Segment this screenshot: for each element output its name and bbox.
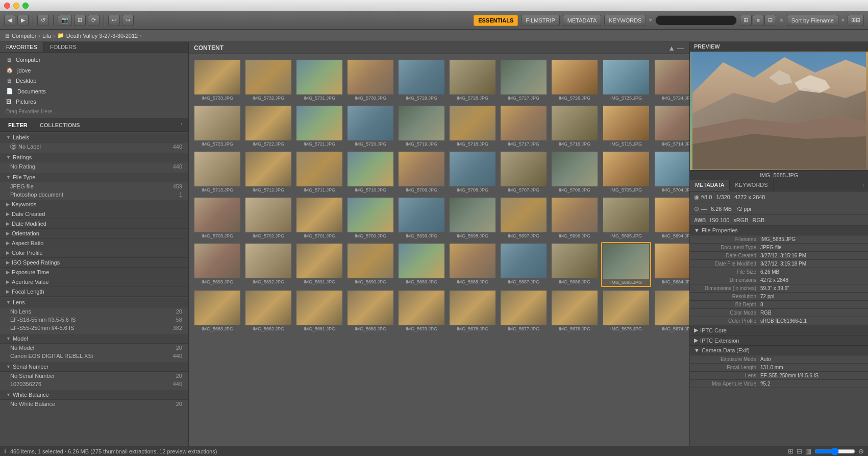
thumb-item[interactable]: IMG_5691.JPG — [295, 242, 344, 287]
essentials-workspace-button[interactable]: ESSENTIALS — [474, 15, 518, 26]
filter-tab[interactable]: FILTER — [4, 121, 32, 129]
content-collapse-button[interactable]: — — [677, 44, 684, 52]
thumb-item[interactable]: IMG_5706.JPG — [550, 150, 599, 194]
thumb-item[interactable]: IMG_5690.JPG — [346, 242, 395, 287]
filter-group-filetype-header[interactable]: ▼ File Type — [0, 173, 188, 182]
thumb-item[interactable]: IMG_5732.JPG — [244, 58, 293, 102]
filter-row-no-model[interactable]: No Model 20 — [0, 344, 188, 352]
thumb-item[interactable]: IMG_5720.JPG — [346, 104, 395, 148]
thumb-item[interactable]: IMG_5705.JPG — [601, 150, 651, 194]
thumb-item[interactable]: IMG_5688.JPG — [448, 242, 497, 287]
thumb-item[interactable]: IMG_5693.JPG — [193, 242, 242, 287]
filter-row-psd[interactable]: Photoshop document 1 — [0, 190, 188, 199]
status-expand-button[interactable]: ⊕ — [858, 447, 864, 455]
redo-button[interactable]: ↪ — [122, 15, 134, 26]
fav-item-documents[interactable]: 📄 Documents — [0, 86, 188, 97]
breadcrumb-item-lila[interactable]: Lila — [42, 33, 51, 39]
filter-group-datemodified-header[interactable]: ▶ Date Modified — [0, 219, 188, 229]
content-scroll-up-button[interactable]: ▲ — [668, 44, 675, 52]
fav-item-pictures[interactable]: 🖼 Pictures — [0, 97, 188, 107]
filter-row-no-lens[interactable]: No Lens 20 — [0, 307, 188, 316]
filter-options-icon[interactable]: ⋮ — [179, 122, 184, 129]
filter-group-lens-header[interactable]: ▼ Lens — [0, 298, 188, 307]
thumb-item[interactable]: IMG_5686.JPG — [550, 242, 599, 287]
thumb-item[interactable]: IMG_5714.JPG — [653, 104, 689, 148]
filter-group-aspectratio-header[interactable]: ▶ Aspect Ratio — [0, 238, 188, 248]
thumb-item[interactable]: IMG_5724.JPG — [653, 58, 689, 102]
thumb-item[interactable]: IMG_5689.JPG — [397, 242, 446, 287]
thumb-item[interactable]: IMG_5721.JPG — [295, 104, 344, 148]
collections-tab[interactable]: COLLECTIONS — [36, 121, 84, 129]
thumb-item[interactable]: IMG_5675.JPG — [601, 289, 651, 333]
thumb-item[interactable]: IMG_5723.JPG — [193, 104, 242, 148]
thumb-item[interactable]: IMG_5716.JPG — [550, 104, 599, 148]
filter-group-keywords-header[interactable]: ▶ Keywords — [0, 200, 188, 209]
filter-row-model-canon[interactable]: Canon EOS DIGITAL REBEL XSi 440 — [0, 352, 188, 360]
thumb-item[interactable]: IMG_5676.JPG — [550, 289, 599, 333]
thumb-item[interactable]: IMG_5709.JPG — [397, 150, 446, 194]
content-scroll-area[interactable]: IMG_5733.JPGIMG_5732.JPGIMG_5731.JPGIMG_… — [189, 54, 689, 446]
thumb-item[interactable]: IMG_5702.JPG — [244, 196, 293, 240]
grid-button[interactable]: ⊞ — [74, 15, 86, 26]
thumb-item[interactable]: IMG_5713.JPG — [193, 150, 242, 194]
thumb-item[interactable]: IMG_5731.JPG — [295, 58, 344, 102]
filter-group-labels-header[interactable]: ▼ Labels — [0, 133, 188, 142]
filter-row-serial-num[interactable]: 1070356276 440 — [0, 380, 188, 388]
thumb-item[interactable]: IMG_5684.JPG — [653, 242, 689, 287]
search-input[interactable] — [655, 15, 737, 26]
thumb-item[interactable]: IMG_5704.JPG — [653, 150, 689, 194]
filter-group-ratings-header[interactable]: ▼ Ratings — [0, 153, 188, 162]
filter-group-wb-header[interactable]: ▼ White Balance — [0, 390, 188, 400]
filter-row-lens2[interactable]: EF-S55-250mm f/4-5.6 IS 382 — [0, 324, 188, 332]
filmstrip-workspace-button[interactable]: FILMSTRIP — [521, 15, 559, 26]
thumb-item[interactable]: IMG_5711.JPG — [295, 150, 344, 194]
filter-row-jpeg[interactable]: JPEG file 459 — [0, 182, 188, 190]
thumb-item[interactable]: IMG_5697.JPG — [499, 196, 548, 240]
thumb-item[interactable]: IMG_5727.JPG — [499, 58, 548, 102]
metadata-tab[interactable]: METADATA — [690, 180, 730, 191]
view-grid-button[interactable]: ⊞ — [740, 15, 752, 26]
filter-group-colorprofile-header[interactable]: ▶ Color Profile — [0, 248, 188, 258]
filter-group-orientation-header[interactable]: ▶ Orientation — [0, 229, 188, 238]
fav-item-desktop[interactable]: 🖥 Desktop — [0, 76, 188, 86]
thumb-item[interactable]: IMG_5707.JPG — [499, 150, 548, 194]
meta-options-icon[interactable]: ⋮ — [858, 180, 868, 191]
star-filter-icon[interactable]: ★ — [779, 17, 784, 23]
thumbnail-size-slider[interactable] — [814, 447, 855, 455]
metadata-workspace-button[interactable]: METADATA — [563, 15, 601, 26]
thumb-item[interactable]: IMG_5722.JPG — [244, 104, 293, 148]
thumb-item[interactable]: IMG_5719.JPG — [397, 104, 446, 148]
back-button[interactable]: ◀ — [4, 15, 15, 26]
filter-row-no-serial[interactable]: No Serial Number 20 — [0, 372, 188, 380]
camera-button[interactable]: 📷 — [58, 15, 72, 26]
thumb-item[interactable]: IMG_5710.JPG — [346, 150, 395, 194]
thumb-item[interactable]: IMG_5726.JPG — [550, 58, 599, 102]
sort-direction-icon[interactable]: ▾ — [841, 17, 845, 23]
breadcrumb-item-folder[interactable]: Death Valley 3-27-3-30-2012 — [66, 33, 138, 39]
status-grid-view-button[interactable]: ⊞ — [788, 447, 793, 455]
workspace-dropdown-icon[interactable]: ▾ — [649, 17, 652, 23]
thumb-item[interactable]: IMG_5700.JPG — [346, 196, 395, 240]
filter-group-aperture-header[interactable]: ▶ Aperture Value — [0, 277, 188, 287]
thumb-item[interactable]: IMG_5730.JPG — [346, 58, 395, 102]
close-button[interactable] — [4, 3, 10, 9]
thumb-item[interactable]: IMG_5725.JPG — [601, 58, 651, 102]
thumb-item[interactable]: IMG_5681.JPG — [295, 289, 344, 333]
filter-group-serial-header[interactable]: ▼ Serial Number — [0, 362, 188, 372]
undo-button[interactable]: ↩ — [108, 15, 120, 26]
maximize-button[interactable] — [22, 3, 29, 9]
thumb-item[interactable]: IMG_5733.JPG — [193, 58, 242, 102]
file-properties-header[interactable]: ▼ File Properties — [690, 226, 868, 235]
iptc-core-header[interactable]: ▶ IPTC Core — [690, 325, 868, 335]
thumb-item[interactable]: IMG_5718.JPG — [448, 104, 497, 148]
filter-group-focallength-header[interactable]: ▶ Focal Length — [0, 287, 188, 297]
filter-group-iso-header[interactable]: ▶ ISO Speed Ratings — [0, 258, 188, 268]
filter-row-no-wb[interactable]: No White Balance 20 — [0, 400, 188, 408]
filter-row-no-rating[interactable]: No Rating 440 — [0, 162, 188, 171]
filter-row-lens1[interactable]: EF-S18-55mm f/3.5-5.6 IS 58 — [0, 316, 188, 324]
minimize-button[interactable] — [13, 3, 19, 9]
thumb-item[interactable]: IMG_5687.JPG — [499, 242, 548, 287]
thumb-item[interactable]: IMG_5694.JPG — [653, 196, 689, 240]
thumb-item[interactable]: IMG_5680.JPG — [346, 289, 395, 333]
thumb-item[interactable]: IMG_5674.JPG — [653, 289, 689, 333]
